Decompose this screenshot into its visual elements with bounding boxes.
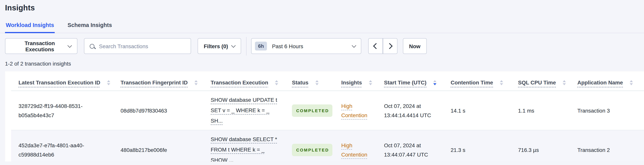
transaction-execution-link[interactable]: SHOW database UPDATE t SET v = _ WHERE k…: [211, 97, 277, 124]
cell-start-time: Oct 07, 2024 at 13:44:14.4414 UTC: [377, 91, 443, 130]
cell-transaction-execution: SHOW database UPDATE t SET v = _ WHERE k…: [203, 91, 285, 130]
insight-type-dropdown[interactable]: Transaction Executions: [5, 38, 78, 54]
time-prev-button[interactable]: [368, 38, 383, 54]
sort-icon: [275, 80, 278, 85]
sort-desc-active-icon: [433, 80, 436, 85]
table-header-row: Latest Transaction Execution ID Transact…: [11, 71, 644, 91]
cell-latest-execution-id: 328729d2-ff19-4408-8531-b05a5b4e43c7: [11, 91, 113, 130]
status-badge: COMPLETED: [292, 144, 332, 156]
sort-icon: [195, 80, 198, 85]
column-header-contention-time[interactable]: Contention Time: [443, 71, 511, 91]
chevron-left-icon: [373, 43, 379, 49]
chevron-down-icon: [352, 43, 356, 48]
transaction-insights-table: Latest Transaction Execution ID Transact…: [11, 71, 644, 161]
toolbar: Transaction Executions Filters (0) 6h Pa…: [5, 38, 644, 54]
time-range-picker[interactable]: 6h Past 6 Hours: [251, 38, 361, 54]
cell-application-name: Transaction 2: [570, 130, 644, 161]
cell-latest-execution-id: 452da3e7-e7fa-4801-aa40-c59988d14eb6: [11, 130, 113, 161]
cell-application-name: Transaction 3: [570, 91, 644, 130]
sort-icon: [107, 80, 110, 85]
cell-fingerprint-id: 08d8b7d97f830463: [113, 91, 203, 130]
cell-sql-cpu-time: 1.1 ms: [511, 91, 570, 130]
tab-schema-insights[interactable]: Schema Insights: [67, 20, 113, 33]
time-range-badge: 6h: [255, 42, 267, 51]
insights-tabbar: Workload Insights Schema Insights: [0, 20, 644, 33]
column-header-start-time[interactable]: Start Time (UTC): [377, 71, 443, 91]
cell-insights: High Contention: [334, 91, 377, 130]
filters-button-label: Filters (0): [204, 43, 228, 49]
sort-icon: [563, 80, 566, 85]
search-input[interactable]: [98, 43, 181, 50]
high-contention-link[interactable]: High Contention: [341, 103, 367, 118]
cell-transaction-execution: SHOW database SELECT * FROM t WHERE k = …: [203, 130, 285, 161]
cell-start-time: Oct 07, 2024 at 13:44:07.447 UTC: [377, 130, 443, 161]
insights-table-card: Latest Transaction Execution ID Transact…: [5, 71, 644, 161]
column-header-latest-transaction-execution-id[interactable]: Latest Transaction Execution ID: [11, 71, 113, 91]
cell-sql-cpu-time: 716.3 µs: [511, 130, 570, 161]
search-box[interactable]: [84, 38, 191, 54]
column-header-status[interactable]: Status: [285, 71, 334, 91]
column-header-sql-cpu-time[interactable]: SQL CPU Time: [511, 71, 570, 91]
tab-workload-insights-label: Workload Insights: [6, 22, 54, 28]
transaction-execution-link[interactable]: SHOW database SELECT * FROM t WHERE k = …: [211, 136, 277, 161]
table-row: 452da3e7-e7fa-4801-aa40-c59988d14eb6 480…: [11, 130, 644, 161]
column-header-application-name[interactable]: Application Name: [570, 71, 644, 91]
table-row: 328729d2-ff19-4408-8531-b05a5b4e43c7 08d…: [11, 91, 644, 130]
results-count: 1-2 of 2 transaction insights: [5, 61, 644, 67]
high-contention-link[interactable]: High Contention: [341, 142, 367, 157]
column-header-transaction-fingerprint-id[interactable]: Transaction Fingerprint ID: [113, 71, 203, 91]
filters-button[interactable]: Filters (0): [198, 38, 241, 54]
tab-schema-insights-label: Schema Insights: [68, 22, 112, 28]
search-icon: [90, 44, 94, 48]
tab-workload-insights[interactable]: Workload Insights: [5, 20, 55, 33]
page-title: Insights: [0, 0, 644, 12]
insight-type-dropdown-value: Transaction Executions: [11, 40, 68, 52]
toolbar-divider: [246, 37, 246, 55]
cell-status: COMPLETED: [285, 91, 334, 130]
status-badge: COMPLETED: [292, 104, 332, 117]
time-next-button[interactable]: [383, 38, 398, 54]
cell-contention-time: 14.1 s: [443, 91, 511, 130]
insights-page: Insights Workload Insights Schema Insigh…: [0, 0, 644, 165]
time-range-label: Past 6 Hours: [272, 43, 303, 49]
cell-insights: High Contention: [334, 130, 377, 161]
column-header-insights[interactable]: Insights: [334, 71, 377, 91]
sort-icon: [316, 80, 318, 85]
sort-icon: [630, 80, 633, 85]
now-button-label: Now: [409, 43, 420, 49]
column-header-transaction-execution[interactable]: Transaction Execution: [203, 71, 285, 91]
cell-contention-time: 21.3 s: [443, 130, 511, 161]
time-nav-group: [368, 38, 398, 54]
cell-fingerprint-id: 480a8b217be006fe: [113, 130, 203, 161]
sort-icon: [369, 80, 372, 85]
sort-icon: [500, 80, 503, 85]
now-button[interactable]: Now: [403, 38, 426, 54]
chevron-down-icon: [231, 43, 236, 48]
chevron-right-icon: [386, 43, 392, 49]
cell-status: COMPLETED: [285, 130, 334, 161]
